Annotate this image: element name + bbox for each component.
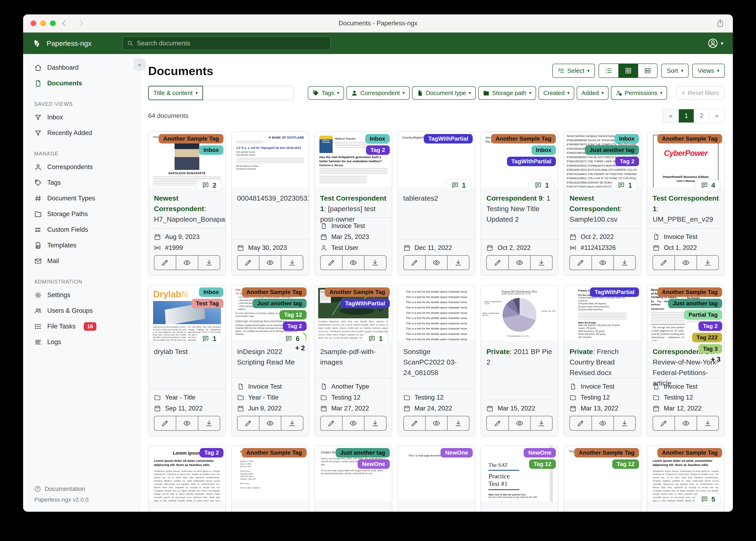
share-icon[interactable] <box>716 19 725 28</box>
select-button[interactable]: Select▾ <box>552 64 595 78</box>
preview-button[interactable] <box>259 256 281 270</box>
sidebar-item-recently-added[interactable]: Recently Added <box>23 125 139 141</box>
document-title[interactable]: Sonstige ScanPC2022 03-24_081058 <box>403 346 470 378</box>
tag-pill[interactable]: Another Sample Tag <box>491 134 556 144</box>
preview-button[interactable] <box>259 416 281 430</box>
edit-button[interactable] <box>570 256 591 270</box>
tag-pill[interactable]: Test Tag <box>191 299 223 308</box>
download-button[interactable] <box>364 256 386 270</box>
comment-count-badge[interactable]: 1 <box>445 179 472 192</box>
tag-pill[interactable]: Tag 2 <box>200 448 223 457</box>
sidebar-item-correspondents[interactable]: Correspondents <box>23 159 139 175</box>
preview-button[interactable] <box>176 256 198 270</box>
tag-pill[interactable]: Inbox <box>199 145 223 155</box>
download-button[interactable] <box>530 416 552 430</box>
edit-button[interactable] <box>321 416 342 430</box>
preview-button[interactable] <box>508 416 530 430</box>
documentation-link[interactable]: Documentation <box>34 486 139 492</box>
edit-button[interactable] <box>154 416 176 430</box>
tag-pill[interactable]: Partial Tag <box>684 310 722 319</box>
document-title[interactable]: Test Correspondent 1: UM_PPBE_en_v29 <box>653 193 719 225</box>
comment-count-badge[interactable]: 1 <box>196 332 222 345</box>
tag-pill[interactable]: Another Sample Tag <box>242 287 307 297</box>
edit-button[interactable] <box>404 256 425 270</box>
sidebar-item-file-tasks[interactable]: File Tasks16 <box>23 318 139 334</box>
preview-button[interactable] <box>674 256 696 270</box>
preview-button[interactable] <box>342 416 364 430</box>
document-title[interactable]: tablerates2 <box>403 193 470 204</box>
edit-button[interactable] <box>653 256 674 270</box>
tag-pill[interactable]: Another Sample Tag <box>657 287 722 297</box>
close-window-button[interactable] <box>31 20 36 26</box>
sidebar-item-templates[interactable]: Templates <box>23 238 139 253</box>
view-rows-button[interactable] <box>638 64 657 78</box>
sidebar-item-logs[interactable]: Logs <box>23 334 139 350</box>
comment-count-badge[interactable]: 6 <box>279 332 306 345</box>
download-button[interactable] <box>447 256 469 270</box>
filter-storage-path-button[interactable]: Storage path▾ <box>478 86 536 100</box>
card-correspondent[interactable]: Newest Correspondent <box>569 194 620 213</box>
download-button[interactable] <box>697 256 718 270</box>
sidebar-item-documents[interactable]: Documents <box>23 76 139 91</box>
download-button[interactable] <box>613 416 635 430</box>
tag-pill[interactable]: Another Sample Tag <box>657 134 722 144</box>
tag-pill[interactable]: NewOne <box>441 448 473 457</box>
filter-added-button[interactable]: Added▾ <box>577 86 608 100</box>
document-title[interactable]: 2sample-pdf-with-images <box>320 346 386 367</box>
card-correspondent[interactable]: Private <box>569 347 593 355</box>
download-button[interactable] <box>281 416 303 430</box>
sidebar-item-mail[interactable]: Mail <box>23 253 139 269</box>
user-account-menu[interactable]: ▾ <box>708 38 723 49</box>
sidebar-collapse-button[interactable]: « <box>134 59 146 71</box>
filter-tags-button[interactable]: Tags▾ <box>308 86 344 100</box>
preview-button[interactable] <box>425 256 447 270</box>
tag-pill[interactable]: Another Sample Tag <box>574 448 639 457</box>
comment-count-badge[interactable]: 1 <box>362 332 389 345</box>
preview-button[interactable] <box>342 256 364 270</box>
preview-button[interactable] <box>508 256 530 270</box>
comment-count-badge[interactable]: 1 <box>528 179 555 192</box>
tag-pill[interactable]: Just another tag <box>336 448 390 457</box>
card-correspondent[interactable]: Newest Correspondent <box>154 194 204 213</box>
comment-count-badge[interactable]: 5 <box>695 493 721 506</box>
download-button[interactable] <box>364 416 386 430</box>
document-title[interactable]: Newest Correspondent: Sample100.csv <box>569 193 636 225</box>
tag-pill[interactable]: Just another tag <box>668 299 722 308</box>
download-button[interactable] <box>281 256 303 270</box>
edit-button[interactable] <box>321 256 342 270</box>
tag-pill[interactable]: Tag 12 <box>612 459 639 469</box>
tag-pill[interactable]: TagWithPartial <box>341 299 390 308</box>
card-correspondent[interactable]: Private <box>486 347 510 355</box>
filter-document-type-button[interactable]: Document type▾ <box>412 86 476 100</box>
tag-pill[interactable]: Tag 12 <box>529 459 556 469</box>
tag-pill[interactable]: Inbox <box>532 145 556 155</box>
sidebar-item-dashboard[interactable]: Dashboard <box>23 60 139 76</box>
edit-button[interactable] <box>154 256 176 270</box>
tag-pill[interactable]: Tag 222 <box>692 333 722 342</box>
tag-pill[interactable]: Inbox <box>199 287 223 297</box>
sidebar-item-document-types[interactable]: Document Types <box>23 191 139 206</box>
preview-button[interactable] <box>176 416 198 430</box>
pagination-page-1[interactable]: 1 <box>678 109 694 123</box>
tag-pill[interactable]: NewOne <box>358 459 390 469</box>
comment-count-badge[interactable]: 4 <box>695 179 721 192</box>
download-button[interactable] <box>530 256 552 270</box>
back-icon[interactable] <box>60 19 69 27</box>
preview-button[interactable] <box>592 256 613 270</box>
field-selector-button[interactable]: Title & content▾ <box>148 86 203 100</box>
views-button[interactable]: Views▾ <box>692 64 725 78</box>
filter-correspondent-button[interactable]: Correspondent▾ <box>346 86 410 100</box>
preview-button[interactable] <box>425 416 447 430</box>
pagination-prev-button[interactable]: « <box>663 109 678 123</box>
download-button[interactable] <box>198 416 220 430</box>
edit-button[interactable] <box>404 416 425 430</box>
tag-pill[interactable]: TagWithPartial <box>507 157 556 166</box>
tag-pill[interactable]: TagWithPartial <box>590 287 639 297</box>
preview-button[interactable] <box>674 416 696 430</box>
tag-pill[interactable]: Another Sample Tag <box>657 448 722 457</box>
filter-permissions-button[interactable]: Permissions▾ <box>611 86 667 100</box>
title-content-input[interactable] <box>203 86 294 100</box>
document-title[interactable]: Correspondent 9: 1 Testing New Title Upd… <box>486 193 553 225</box>
tag-pill[interactable]: TagWithPartial <box>424 134 473 144</box>
tag-pill[interactable]: Tag 2 <box>283 321 307 331</box>
